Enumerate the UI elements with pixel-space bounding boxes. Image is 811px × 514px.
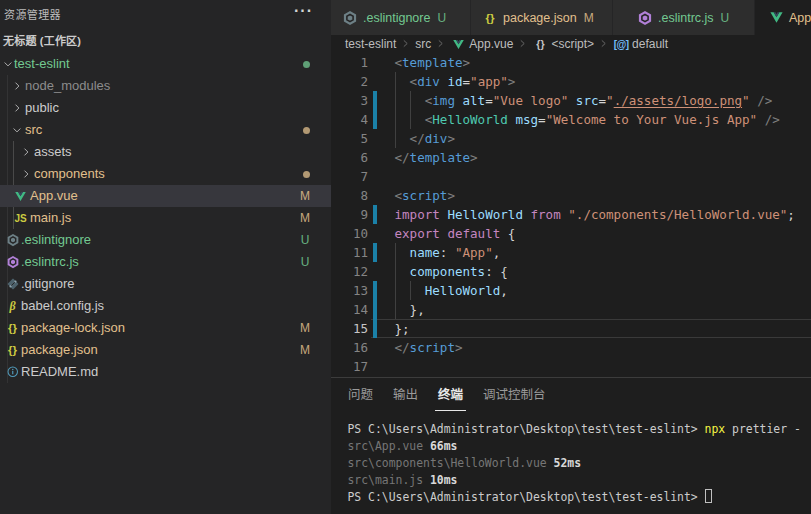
breadcrumb: test-eslintsrcApp.vue{}<script>[@]defaul… (331, 35, 811, 53)
code-line-13: 13 HelloWorld, (331, 281, 811, 300)
more-actions-icon[interactable]: ··· (294, 0, 313, 22)
json-icon: {} (5, 342, 21, 358)
chevron-down-icon (11, 124, 23, 136)
git-status-dot (303, 61, 310, 68)
tree-item-public[interactable]: public (0, 97, 331, 119)
tree-item-.eslintignore[interactable]: .eslintignoreU (0, 229, 331, 251)
code-line-9: 9import HelloWorld from "./components/He… (331, 205, 811, 224)
chevron-right-icon (20, 168, 32, 180)
eslint-purple-icon (637, 10, 653, 26)
tree-item-label: package-lock.json (21, 317, 125, 339)
editor-tab-package.json[interactable]: {}package.jsonM (471, 0, 613, 35)
panel-tab-[interactable]: 问题 (348, 378, 373, 413)
terminal-line-2: src\App.vue 66ms (348, 438, 811, 455)
vue-icon (450, 36, 466, 52)
line-number: 11 (331, 243, 368, 262)
tree-item-main.js[interactable]: JSmain.jsM (0, 207, 331, 229)
line-number: 6 (331, 148, 368, 167)
tree-item-babel.config.js[interactable]: βbabel.config.js (0, 295, 331, 317)
tab-git-badge: U (721, 11, 730, 25)
panel-tab-[interactable]: 输出 (393, 378, 418, 413)
explorer-title: 资源管理器 (4, 6, 61, 22)
tree-item-label: README.md (21, 361, 98, 383)
tab-label: package.json (503, 11, 577, 25)
breadcrumb-separator-icon (401, 37, 410, 51)
line-number: 2 (331, 72, 368, 91)
tree-item-label: assets (34, 141, 72, 163)
tab-label: App. (789, 11, 811, 25)
code-line-text: }; (395, 319, 410, 338)
git-status-badge: U (299, 229, 311, 251)
terminal-output[interactable]: PS C:\Users\Administrator\Desktop\test\t… (348, 421, 811, 506)
code-line-4: 4 <HelloWorld msg="Welcome to Your Vue.j… (331, 110, 811, 129)
code-line-text: HelloWorld, (395, 281, 508, 300)
breadcrumb-item-src[interactable]: src (415, 37, 431, 51)
tree-item-src[interactable]: src (0, 119, 331, 141)
tab-git-badge: U (437, 11, 446, 25)
breadcrumb-item-test-eslint[interactable]: test-eslint (345, 37, 396, 51)
code-line-text: }, (395, 300, 425, 319)
eslint-gray-icon (5, 232, 21, 248)
bottom-panel: 问题输出终端调试控制台 PS C:\Users\Administrator\De… (331, 377, 811, 514)
panel-tab-terminal-active[interactable]: 终端 (438, 378, 463, 413)
braces-sym-icon: {} (532, 36, 548, 52)
tree-item-readme.md[interactable]: README.md (0, 361, 331, 383)
tree-item-label: public (25, 97, 59, 119)
tree-item-label: App.vue (30, 185, 78, 207)
tree-item-label: .gitignore (21, 273, 74, 295)
tree-item-label: package.json (21, 339, 98, 361)
editor-tab-app.[interactable]: App. (755, 0, 811, 35)
line-number: 17 (331, 357, 368, 376)
breadcrumb-label: App.vue (469, 37, 513, 51)
babel-icon: β (5, 298, 21, 314)
breadcrumb-item-app.vue[interactable]: App.vue (450, 36, 513, 52)
tree-item-package-lock.json[interactable]: {}package-lock.jsonM (0, 317, 331, 339)
code-line-text: </template> (395, 148, 478, 167)
code-line-10: 10export default { (331, 224, 811, 243)
tree-item-components[interactable]: components (0, 163, 331, 185)
breadcrumb-item-default[interactable]: [@]default (613, 36, 668, 52)
code-line-16: 16</script> (331, 338, 811, 357)
git-status-badge: M (299, 207, 311, 229)
code-editor[interactable]: 1<template>2 <div id="app">3 <img alt="V… (331, 53, 811, 377)
code-line-text: <template> (395, 53, 471, 72)
chevron-down-icon (2, 58, 14, 70)
breadcrumb-separator-icon (436, 37, 445, 51)
tree-item-package.json[interactable]: {}package.jsonM (0, 339, 331, 361)
chevron-right-icon (11, 102, 23, 114)
line-number: 12 (331, 262, 368, 281)
code-line-6: 6</template> (331, 148, 811, 167)
breadcrumb-separator-icon (518, 37, 527, 51)
tree-item-.gitignore[interactable]: .gitignore (0, 273, 331, 295)
breadcrumb-label: test-eslint (345, 37, 396, 51)
line-number: 1 (331, 53, 368, 72)
tree-item-label: src (25, 119, 42, 141)
eslint-gray-icon (342, 10, 358, 26)
json-icon: {} (5, 320, 21, 336)
terminal-line-3: src\components\HelloWorld.vue 52ms (348, 455, 811, 472)
editor-tab-.eslintignore[interactable]: .eslintignoreU (331, 0, 471, 35)
module-sym-icon: [@] (613, 36, 629, 52)
git-status-dot (303, 171, 310, 178)
code-line-1: 1<template> (331, 53, 811, 72)
tab-label: .eslintrc.js (658, 11, 714, 25)
line-number: 7 (331, 167, 368, 186)
breadcrumb-item--script-[interactable]: {}<script> (532, 36, 594, 52)
code-line-7: 7 (331, 167, 811, 186)
terminal-line-4: src\main.js 10ms (348, 472, 811, 489)
terminal-cursor (705, 489, 712, 503)
tree-item-test-eslint[interactable]: test-eslint (0, 53, 331, 75)
line-number: 10 (331, 224, 368, 243)
tree-item-assets[interactable]: assets (0, 141, 331, 163)
panel-tab-[interactable]: 调试控制台 (483, 378, 546, 413)
terminal-line-1: PS C:\Users\Administrator\Desktop\test\t… (348, 421, 811, 438)
tree-item-app.vue[interactable]: App.vueM (0, 185, 331, 207)
tree-item-.eslintrc.js[interactable]: .eslintrc.jsU (0, 251, 331, 273)
breadcrumb-separator-icon (599, 37, 608, 51)
code-line-8: 8<script> (331, 186, 811, 205)
editor-tab-.eslintrc.js[interactable]: .eslintrc.jsU (613, 0, 755, 35)
info-icon (5, 364, 21, 380)
tree-item-node-modules[interactable]: node_modules (0, 75, 331, 97)
workspace-section-header[interactable]: 无标题 (工作区) (3, 32, 81, 48)
line-number: 9 (331, 205, 368, 224)
